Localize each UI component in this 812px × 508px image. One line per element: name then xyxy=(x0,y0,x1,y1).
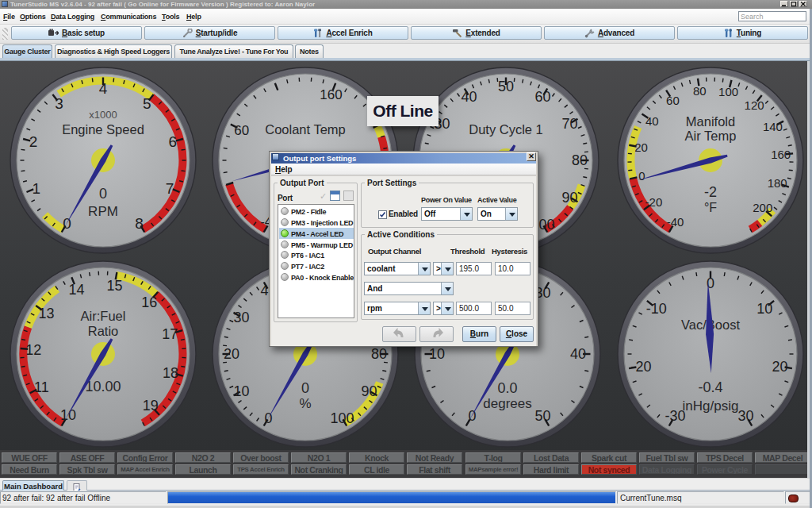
svg-text:Air:Fuel: Air:Fuel xyxy=(81,309,126,323)
svg-text:17: 17 xyxy=(162,326,178,342)
svg-text:200: 200 xyxy=(753,201,772,214)
svg-text:40: 40 xyxy=(645,114,659,128)
svg-text:6: 6 xyxy=(169,133,178,150)
svg-text:160: 160 xyxy=(771,148,791,161)
svg-text:degrees: degrees xyxy=(483,396,531,411)
svg-text:120: 120 xyxy=(745,98,764,112)
svg-text:0: 0 xyxy=(99,186,107,202)
svg-text:0.0: 0.0 xyxy=(497,380,517,396)
svg-text:50: 50 xyxy=(498,79,514,94)
svg-text:50: 50 xyxy=(534,408,550,424)
svg-text:80: 80 xyxy=(371,346,387,362)
svg-text:5: 5 xyxy=(143,95,151,112)
svg-text:20: 20 xyxy=(634,140,648,154)
svg-text:inHg/psig: inHg/psig xyxy=(683,398,739,414)
svg-text:-20: -20 xyxy=(645,195,663,209)
svg-text:20: 20 xyxy=(772,359,788,375)
svg-text:60: 60 xyxy=(534,89,550,105)
svg-text:7: 7 xyxy=(166,180,174,197)
svg-text:12: 12 xyxy=(25,342,41,358)
svg-text:10: 10 xyxy=(429,346,445,362)
svg-text:15: 15 xyxy=(107,278,123,294)
svg-text:40: 40 xyxy=(570,346,586,362)
svg-text:180: 180 xyxy=(768,176,787,190)
svg-text:Air Temp: Air Temp xyxy=(685,129,737,143)
svg-text:10: 10 xyxy=(233,383,249,399)
svg-text:8: 8 xyxy=(135,215,144,232)
svg-text:3: 3 xyxy=(55,95,63,112)
svg-text:Engine Speed: Engine Speed xyxy=(62,122,144,137)
svg-text:30: 30 xyxy=(233,310,249,325)
svg-text:°F: °F xyxy=(704,201,717,214)
svg-text:10: 10 xyxy=(756,301,772,317)
svg-text:80: 80 xyxy=(572,152,588,168)
svg-text:0: 0 xyxy=(638,169,645,183)
svg-text:140: 140 xyxy=(763,120,783,133)
svg-text:Duty Cycle 1: Duty Cycle 1 xyxy=(469,122,543,137)
svg-text:x1000: x1000 xyxy=(89,109,117,121)
svg-text:30: 30 xyxy=(737,408,753,424)
svg-text:0: 0 xyxy=(301,380,309,396)
svg-text:4: 4 xyxy=(99,80,108,97)
svg-text:18: 18 xyxy=(163,365,178,381)
svg-text:16: 16 xyxy=(141,294,157,310)
svg-text:1: 1 xyxy=(33,180,41,197)
svg-text:Ratio: Ratio xyxy=(88,324,119,338)
svg-text:90: 90 xyxy=(561,190,577,206)
svg-text:90: 90 xyxy=(361,383,377,399)
svg-text:60: 60 xyxy=(666,94,680,107)
svg-text:70: 70 xyxy=(561,116,577,132)
svg-text:13: 13 xyxy=(39,306,55,321)
svg-text:20: 20 xyxy=(224,346,239,362)
svg-text:2: 2 xyxy=(29,133,38,150)
svg-text:Manifold: Manifold xyxy=(686,114,735,129)
svg-text:19: 19 xyxy=(143,398,159,414)
svg-text:60: 60 xyxy=(234,123,249,138)
svg-text:100: 100 xyxy=(330,410,354,426)
svg-text:-10: -10 xyxy=(646,301,667,317)
svg-text:100: 100 xyxy=(718,85,738,98)
svg-text:-0.4: -0.4 xyxy=(698,379,722,395)
svg-text:-40: -40 xyxy=(667,215,684,229)
svg-text:10.00: 10.00 xyxy=(85,379,121,394)
svg-text:%: % xyxy=(299,396,311,411)
svg-text:40: 40 xyxy=(461,89,477,105)
svg-text:160: 160 xyxy=(320,87,342,102)
svg-text:14: 14 xyxy=(69,282,85,298)
svg-text:-20: -20 xyxy=(630,359,651,375)
svg-text:Coolant Temp: Coolant Temp xyxy=(265,122,346,137)
svg-text:-2: -2 xyxy=(704,184,717,200)
svg-text:11: 11 xyxy=(34,379,49,395)
svg-text:RPM: RPM xyxy=(88,204,118,219)
svg-text:80: 80 xyxy=(693,84,707,98)
